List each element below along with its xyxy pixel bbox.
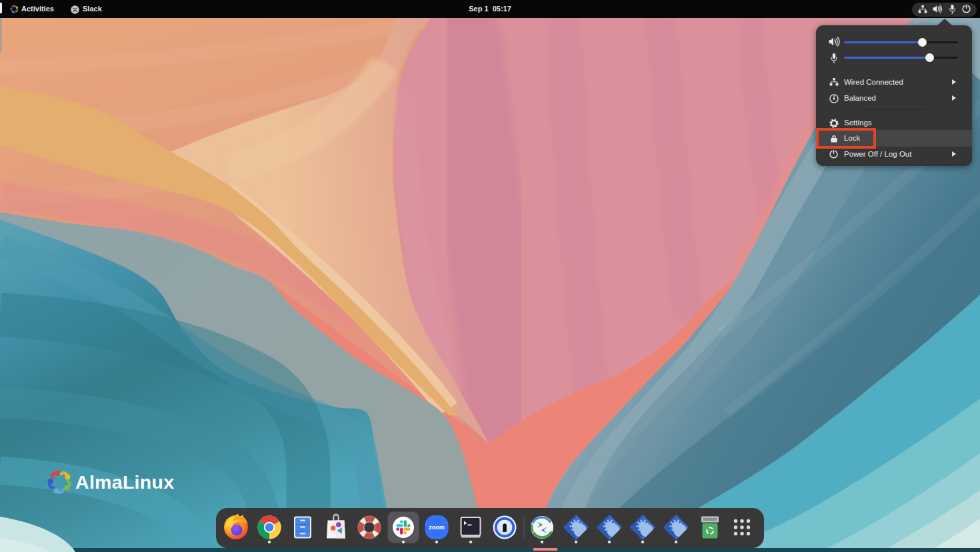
svg-text:zoom: zoom — [429, 524, 445, 531]
svg-text:AlmaLinux: AlmaLinux — [75, 471, 174, 493]
